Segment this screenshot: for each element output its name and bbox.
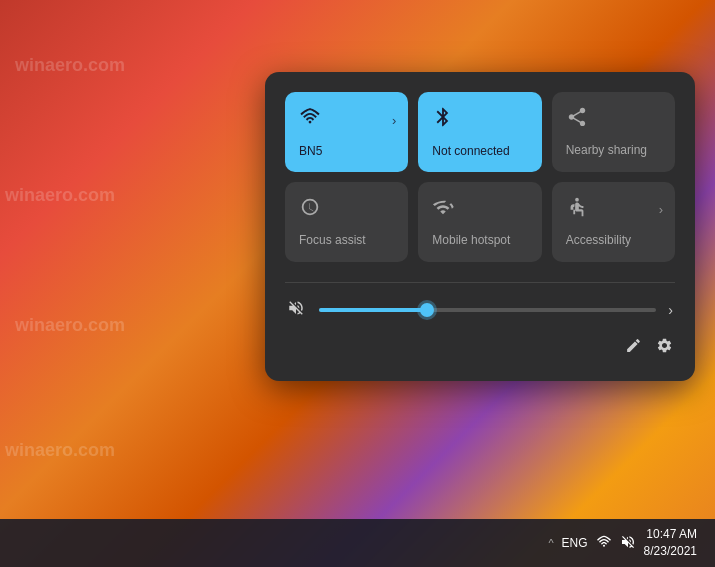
wifi-expand-arrow[interactable]: › [392,113,396,128]
accessibility-label: Accessibility [566,233,631,247]
volume-slider[interactable] [319,308,656,312]
volume-fill [319,308,427,312]
tile-top [432,106,529,134]
accessibility-tile[interactable]: › Accessibility [552,182,675,262]
volume-expand-chevron[interactable]: › [668,302,673,318]
quick-settings-panel: › BN5 Not connected [265,72,695,381]
wifi-tile[interactable]: › BN5 [285,92,408,172]
taskbar-wifi-icon[interactable] [596,534,612,553]
taskbar: ^ ENG 10:47 AM 8/23/2021 [0,519,715,567]
nearby-sharing-label: Nearby sharing [566,143,647,157]
taskbar-volume-mute-icon[interactable] [620,534,636,553]
tile-top [299,196,396,223]
panel-divider [285,282,675,283]
accessibility-icon [566,196,588,223]
tiles-grid: › BN5 Not connected [285,92,675,262]
focus-assist-icon [299,196,321,223]
tile-top: › [566,196,663,223]
tile-top [566,106,663,133]
mobile-hotspot-tile[interactable]: Mobile hotspot [418,182,541,262]
wifi-label: BN5 [299,144,322,158]
mobile-hotspot-icon [432,196,454,223]
clock-time: 10:47 AM [646,527,697,541]
volume-row: › [285,299,675,321]
taskbar-clock[interactable]: 10:47 AM 8/23/2021 [644,526,697,560]
volume-thumb[interactable] [420,303,434,317]
nearby-sharing-icon [566,106,588,133]
focus-assist-tile[interactable]: Focus assist [285,182,408,262]
mobile-hotspot-label: Mobile hotspot [432,233,510,247]
bluetooth-label: Not connected [432,144,509,158]
wifi-icon [299,106,321,134]
edit-quick-settings-icon[interactable] [625,337,642,359]
accessibility-expand-arrow[interactable]: › [659,202,663,217]
taskbar-overflow-chevron[interactable]: ^ [548,537,553,549]
bluetooth-icon [432,106,454,134]
taskbar-language[interactable]: ENG [562,536,588,550]
bottom-actions [285,337,675,359]
clock-date: 8/23/2021 [644,544,697,558]
focus-assist-label: Focus assist [299,233,366,247]
bluetooth-tile[interactable]: Not connected [418,92,541,172]
tile-top: › [299,106,396,134]
svg-point-1 [575,198,579,202]
volume-mute-icon[interactable] [287,299,307,321]
nearby-sharing-tile[interactable]: Nearby sharing [552,92,675,172]
tile-top [432,196,529,223]
settings-icon[interactable] [656,337,673,359]
taskbar-right: ^ ENG 10:47 AM 8/23/2021 [548,526,705,560]
